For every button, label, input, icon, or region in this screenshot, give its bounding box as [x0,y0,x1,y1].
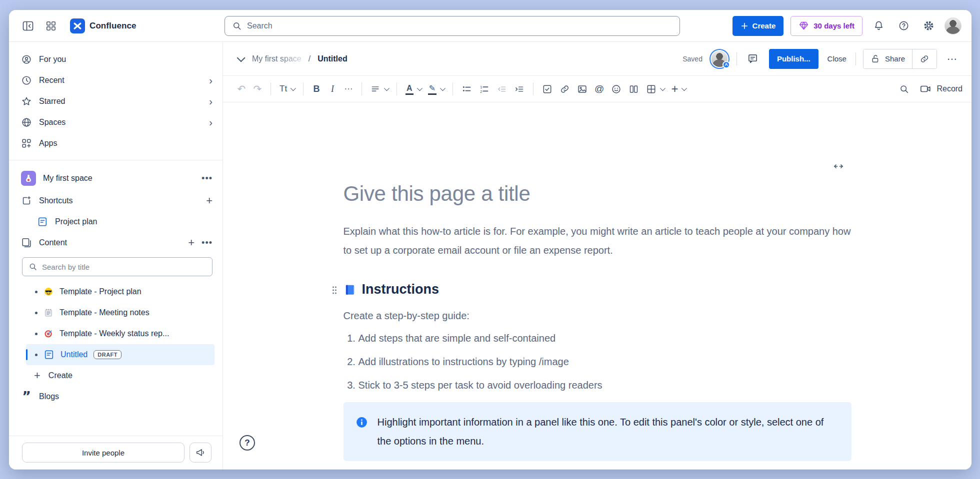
editing-user-avatar[interactable]: A [712,51,728,67]
mention-button[interactable]: @ [592,80,607,97]
page-tree-item[interactable]: Template - Project plan [9,281,222,302]
sidebar-item-blogs[interactable]: ” Blogs [9,386,222,407]
steps-list[interactable]: Add steps that are simple and self-conta… [344,332,852,392]
sidebar-section-shortcuts[interactable]: Shortcuts + [9,190,222,211]
chevron-down-icon [290,85,296,91]
page-icon [44,349,54,360]
list-intro[interactable]: Create a step-by-step guide: [344,310,852,322]
page-tree-item-selected[interactable]: Untitled DRAFT [26,344,214,365]
notifications-button[interactable] [870,17,888,35]
trial-days-left-button[interactable]: 30 days left [790,16,862,36]
invite-people-button[interactable]: Invite people [22,443,184,463]
collapse-sidebar-button[interactable] [19,17,37,35]
record-label: Record [936,84,962,93]
alignment-dropdown[interactable] [368,80,391,97]
outdent-button[interactable] [494,80,510,97]
find-in-page-button[interactable] [896,80,912,98]
shortcuts-label: Shortcuts [39,196,199,205]
search-icon [899,84,910,94]
sidebar-item-for-you[interactable]: For you [9,49,222,70]
page-title-placeholder[interactable]: Give this page a title [344,181,852,207]
page-width-toggle-button[interactable] [832,160,844,174]
global-search-bar[interactable] [224,16,680,36]
video-camera-icon [920,83,932,95]
help-button[interactable] [894,17,912,35]
more-formatting-button[interactable]: ··· [341,80,356,97]
indent-button[interactable] [511,80,528,97]
breadcrumb-space[interactable]: My first space [252,54,302,63]
feedback-button[interactable] [190,443,212,463]
info-panel[interactable]: Highlight important information in a pan… [344,402,852,461]
insert-table-dropdown[interactable] [643,80,667,97]
sidebar-create-page[interactable]: + Create [9,365,222,386]
editor-content[interactable]: Give this page a title Explain what this… [223,102,972,470]
close-button[interactable]: Close [826,54,848,63]
sidebar-item-spaces[interactable]: Spaces › [9,112,222,133]
sidebar-item-starred[interactable]: Starred › [9,91,222,112]
page-column: Give this page a title Explain what this… [344,102,852,461]
record-button[interactable]: Record [920,83,962,95]
sidebar-section-content[interactable]: Content + ••• [9,232,222,253]
emoji-notepad-icon [44,308,54,318]
user-avatar[interactable] [944,17,962,34]
add-shortcut-button[interactable]: + [206,194,212,207]
confluence-window: Confluence Create 30 day [9,10,972,470]
bold-button[interactable]: B [309,80,324,97]
emoji-button[interactable] [608,80,624,97]
outdent-icon [496,84,507,94]
space-more-button[interactable]: ••• [202,173,212,184]
redo-button[interactable]: ↷ [250,80,265,97]
copy-link-button[interactable] [912,49,936,68]
breadcrumb-expand-button[interactable] [235,56,245,62]
star-icon [21,96,32,107]
drag-handle-icon[interactable] [332,285,338,297]
space-header[interactable]: My first space ••• [9,166,222,190]
blogs-quote-icon: ” [21,393,32,400]
sidebar-item-apps[interactable]: Apps [9,133,222,154]
page-tree-item[interactable]: Template - Meeting notes [9,302,222,323]
highlight-color-dropdown[interactable]: ✎ [425,80,447,97]
text-color-icon: A [406,83,414,95]
info-panel-text[interactable]: Highlight important information in a pan… [378,413,840,451]
undo-button[interactable]: ↶ [234,80,249,97]
text-color-dropdown[interactable]: A [402,80,424,97]
sidebar-toggle-icon [22,20,34,32]
app-body: For you Recent › Starred › [9,42,972,470]
step-item[interactable]: Add steps that are simple and self-conta… [358,332,852,345]
insert-image-button[interactable] [574,80,590,97]
publish-button[interactable]: Publish... [769,49,818,69]
bullet-list-button[interactable] [458,80,475,97]
insert-more-dropdown[interactable]: + [668,80,688,97]
share-button[interactable]: Share [864,49,912,68]
step-item[interactable]: Add illustrations to instructions by typ… [358,355,852,368]
settings-button[interactable] [920,17,938,35]
step-item[interactable]: Stick to 3-5 steps per task to avoid ove… [358,379,852,392]
layouts-button[interactable] [626,80,642,97]
insert-link-button[interactable] [556,80,573,97]
numbered-list-button[interactable]: 1 2 [476,80,492,97]
editor-help-button[interactable]: ? [240,435,255,451]
section-heading[interactable]: Instructions [362,282,440,297]
create-page-label: Create [48,371,212,380]
content-more-button[interactable]: ••• [202,238,212,248]
app-switcher-button[interactable] [42,17,60,35]
content-search-input[interactable] [42,263,206,271]
comments-button[interactable] [744,50,762,68]
global-search-input[interactable] [247,21,672,30]
bullet-list-icon [462,84,472,94]
confluence-logo-group[interactable]: Confluence [70,18,136,33]
create-button[interactable]: Create [732,16,784,36]
breadcrumb-page-title[interactable]: Untitled [318,54,348,63]
sidebar-item-recent[interactable]: Recent › [9,70,222,91]
shortcut-item-project-plan[interactable]: Project plan [9,211,222,232]
page-tree-item[interactable]: Template - Weekly status rep... [9,323,222,344]
task-list-button[interactable] [539,80,556,97]
content-search-bar[interactable] [22,257,212,276]
formatting-toolbar: ↶ ↷ Tt B I ··· [223,76,972,102]
italic-button[interactable]: I [325,80,340,97]
editor-more-button[interactable]: ⋯ [944,51,960,67]
text-style-dropdown[interactable]: Tt [276,80,298,97]
intro-paragraph[interactable]: Explain what this how-to article is for.… [344,222,852,260]
add-content-button[interactable]: + [188,236,194,249]
chevron-down-icon [660,85,666,91]
